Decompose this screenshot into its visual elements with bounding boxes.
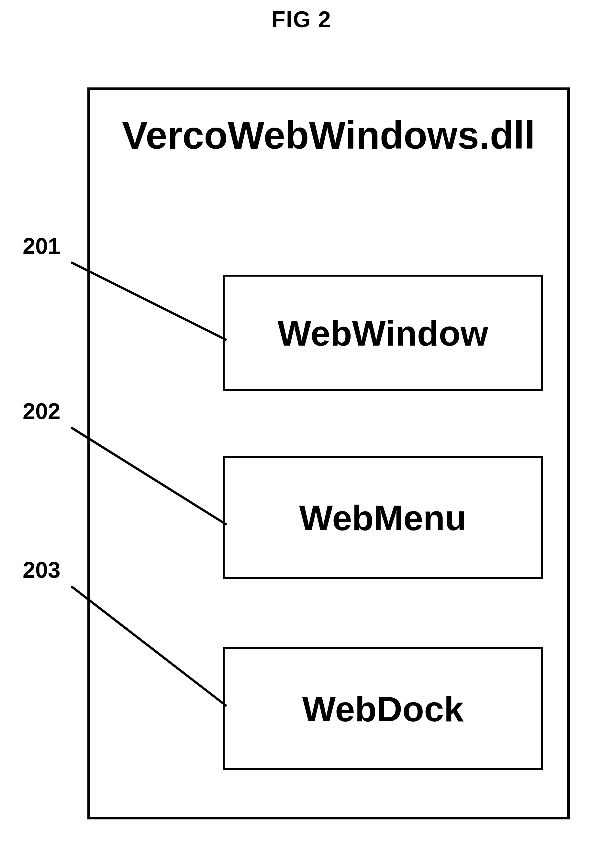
component-label: WebDock bbox=[302, 688, 464, 729]
component-box-webwindow: WebWindow bbox=[223, 274, 543, 391]
figure-page: FIG 2 VercoWebWindows.dll WebWindow WebM… bbox=[0, 0, 603, 868]
figure-title: FIG 2 bbox=[0, 6, 603, 33]
dll-container-title: VercoWebWindows.dll bbox=[90, 113, 567, 157]
reference-number-203: 203 bbox=[23, 557, 60, 583]
reference-number-202: 202 bbox=[23, 398, 60, 424]
reference-number-201: 201 bbox=[23, 233, 60, 259]
component-box-webmenu: WebMenu bbox=[223, 456, 543, 579]
component-box-webdock: WebDock bbox=[223, 647, 543, 770]
component-label: WebWindow bbox=[278, 313, 489, 354]
component-label: WebMenu bbox=[299, 497, 466, 538]
dll-container-box: VercoWebWindows.dll WebWindow WebMenu We… bbox=[87, 87, 570, 819]
